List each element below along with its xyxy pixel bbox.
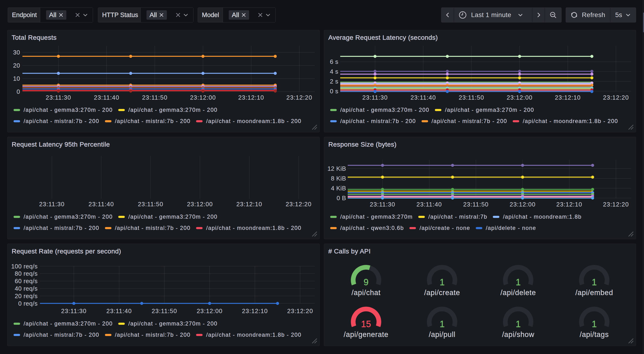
svg-text:/api/create: /api/create <box>424 288 460 297</box>
svg-text:23:11:30: 23:11:30 <box>61 307 87 314</box>
svg-text:/api/generate: /api/generate <box>344 330 388 338</box>
svg-text:1: 1 <box>516 319 520 329</box>
svg-text:6 s: 6 s <box>330 58 338 65</box>
svg-text:0: 0 <box>16 88 20 95</box>
svg-text:20: 20 <box>13 62 20 69</box>
svg-text:23:12:00: 23:12:00 <box>190 94 216 101</box>
svg-text:23:11:30: 23:11:30 <box>362 94 388 101</box>
svg-text:23:12:20: 23:12:20 <box>286 94 312 101</box>
svg-text:9: 9 <box>364 277 368 287</box>
svg-text:15: 15 <box>361 319 371 329</box>
svg-text:23:12:10: 23:12:10 <box>242 307 268 314</box>
svg-text:40 req/s: 40 req/s <box>15 285 38 292</box>
svg-text:1: 1 <box>440 277 444 287</box>
svg-text:23:11:30: 23:11:30 <box>370 201 395 208</box>
svg-text:80 req/s: 80 req/s <box>15 270 38 277</box>
svg-text:10: 10 <box>13 75 20 82</box>
svg-text:23:12:10: 23:12:10 <box>555 94 581 101</box>
svg-text:23:12:20: 23:12:20 <box>603 201 629 208</box>
svg-text:23:12:00: 23:12:00 <box>506 94 532 101</box>
svg-text:0 req/s: 0 req/s <box>18 300 38 307</box>
svg-text:1: 1 <box>440 319 444 329</box>
svg-text:2 s: 2 s <box>330 78 338 85</box>
svg-text:0 s: 0 s <box>330 88 338 95</box>
svg-text:1: 1 <box>592 319 596 329</box>
svg-text:23:11:40: 23:11:40 <box>416 201 442 208</box>
svg-text:23:12:20: 23:12:20 <box>287 307 313 314</box>
svg-text:23:11:40: 23:11:40 <box>106 307 132 314</box>
svg-text:23:11:30: 23:11:30 <box>46 94 71 101</box>
svg-text:23:11:40: 23:11:40 <box>410 94 436 101</box>
svg-text:23:12:10: 23:12:10 <box>236 201 262 208</box>
svg-text:20 req/s: 20 req/s <box>15 292 38 299</box>
svg-text:23:12:20: 23:12:20 <box>286 201 312 208</box>
svg-text:23:11:40: 23:11:40 <box>88 201 114 208</box>
svg-text:12 KiB: 12 KiB <box>327 165 346 172</box>
svg-text:23:11:50: 23:11:50 <box>152 307 177 314</box>
svg-text:23:11:50: 23:11:50 <box>138 201 163 208</box>
svg-text:23:12:00: 23:12:00 <box>197 307 223 314</box>
svg-text:/api/pull: /api/pull <box>429 330 456 338</box>
svg-text:60 req/s: 60 req/s <box>15 277 38 284</box>
svg-text:23:11:50: 23:11:50 <box>459 94 484 101</box>
svg-text:8 KiB: 8 KiB <box>331 175 346 182</box>
svg-text:23:11:30: 23:11:30 <box>39 201 65 208</box>
svg-text:/api/chat: /api/chat <box>352 288 380 297</box>
svg-text:1: 1 <box>592 277 596 287</box>
svg-text:4 KiB: 4 KiB <box>331 185 346 192</box>
svg-text:30: 30 <box>13 49 20 56</box>
svg-text:23:12:20: 23:12:20 <box>603 94 629 101</box>
svg-text:23:11:40: 23:11:40 <box>94 94 120 101</box>
svg-text:4 s: 4 s <box>330 68 338 75</box>
svg-text:1: 1 <box>516 277 520 287</box>
svg-text:23:11:50: 23:11:50 <box>142 94 168 101</box>
svg-text:0 B: 0 B <box>336 195 346 202</box>
svg-text:/api/embed: /api/embed <box>575 288 613 297</box>
svg-text:23:11:50: 23:11:50 <box>463 201 488 208</box>
svg-text:/api/show: /api/show <box>502 330 534 338</box>
svg-text:23:12:10: 23:12:10 <box>556 201 582 208</box>
svg-text:100 req/s: 100 req/s <box>11 263 38 270</box>
svg-text:/api/tags: /api/tags <box>580 330 609 338</box>
svg-text:/api/delete: /api/delete <box>500 288 536 297</box>
svg-text:23:12:00: 23:12:00 <box>510 201 536 208</box>
svg-text:23:12:10: 23:12:10 <box>238 94 264 101</box>
svg-text:23:12:00: 23:12:00 <box>187 201 213 208</box>
